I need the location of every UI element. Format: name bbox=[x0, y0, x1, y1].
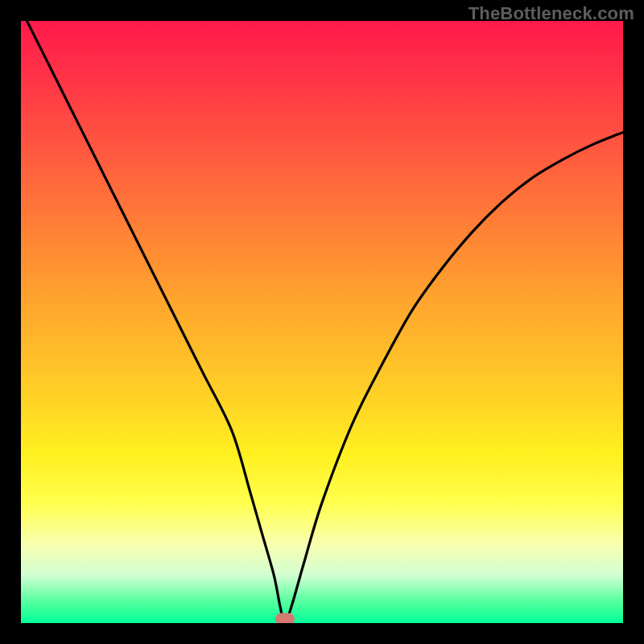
watermark-text: TheBottleneck.com bbox=[469, 3, 634, 24]
bottleneck-curve bbox=[21, 21, 623, 623]
plot-area bbox=[21, 21, 623, 623]
optimum-marker bbox=[275, 613, 295, 623]
chart-frame: TheBottleneck.com bbox=[0, 0, 644, 644]
